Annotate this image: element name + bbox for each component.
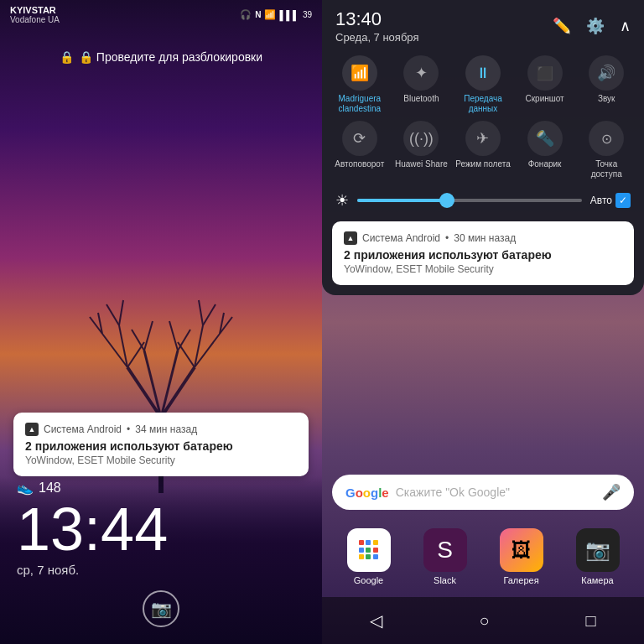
toggle-data[interactable]: ⏸ Передачаданных [455,55,511,114]
camera-app-icon: 📷 [576,528,620,572]
hotspot-icon: ⊙ [601,131,612,147]
step-number: 148 [39,480,61,496]
lock-hint: 🔒 🔒 Проведите для разблокировки [0,50,322,64]
wifi-toggle-icon: 📶 [351,64,369,82]
lock-date: ср, 7 нояб. [17,563,168,577]
step-count: 👟 148 [17,480,168,496]
brightness-thumb [439,193,454,208]
airplane-toggle-bg: ✈ [465,121,501,156]
google-hint: Скажите "Ok Google" [396,486,595,499]
app-gallery[interactable]: 🖼 Галерея [488,528,554,585]
nfc-icon: N [255,10,261,19]
headphone-icon: 🎧 [240,9,252,20]
lock-hint-text: 🔒 Проведите для разблокировки [79,50,262,64]
app-label-slack: Slack [434,575,456,585]
notif-subtitle-right: YoWindow, ESET Mobile Security [344,263,622,275]
toggle-hotspot[interactable]: ⊙ Точкадоступа [579,121,634,179]
sound-icon: 🔊 [597,64,615,82]
shade-time: 13:40 [335,8,418,30]
home-screen: 13:40 Среда, 7 ноября ✏️ ⚙️ ∧ 📶 Madrigue… [322,0,644,644]
google-search-bar[interactable]: G o o g l e Скажите "Ok Google" 🎤 [332,475,634,510]
flashlight-toggle-label: Фонарик [528,159,562,169]
app-label-google: Google [354,575,383,585]
quick-toggles-row2: ⟳ Автоповорот ((·)) Huawei Share ✈ Режим… [322,119,644,186]
app-name: KYIVSTAR [10,5,60,15]
airplane-icon: ✈ [476,129,489,148]
android-icon-left: ▲ [25,423,39,436]
notif-header-left: ▲ Система Android • 34 мин назад [25,423,297,436]
notification-card-left[interactable]: ▲ Система Android • 34 мин назад 2 прило… [13,413,309,476]
toggle-huawei-share[interactable]: ((·)) Huawei Share [394,121,449,179]
brightness-auto: Авто ✓ [590,193,631,208]
carrier: Vodafone UA [10,15,60,24]
notif-app-left: Система Android [44,423,122,435]
notif-dot-right: • [445,232,449,244]
edit-icon[interactable]: ✏️ [553,17,571,35]
app-label-camera: Камера [581,575,613,585]
share-toggle-label: Huawei Share [395,159,448,169]
brightness-icon: ☀ [335,191,349,210]
lock-clock: 13:44 [17,499,168,559]
toggle-airplane[interactable]: ✈ Режим полета [455,121,511,179]
hotspot-toggle-label: Точкадоступа [591,159,622,179]
share-toggle-bg: ((·)) [403,121,439,156]
app-google[interactable]: Google [335,528,402,585]
app-slack[interactable]: S Slack [412,528,478,585]
notif-subtitle-left: YoWindow, ESET Mobile Security [25,454,297,466]
sound-toggle-label: Звук [598,94,615,104]
brightness-slider[interactable] [357,199,582,202]
toggle-screenshot[interactable]: ⬛ Скриншот [517,55,573,114]
android-icon-right: ▲ [344,231,357,245]
status-bar-left: KYIVSTAR Vodafone UA 🎧 N 📶 ▌▌▌ 39 [0,0,322,29]
notif-app-right: Система Android [362,232,440,244]
bottom-nav: ◁ ○ □ [322,597,644,644]
signal-icon: ▌▌▌ [279,10,299,20]
sound-toggle-bg: 🔊 [589,55,624,91]
app-camera[interactable]: 📷 Камера [564,528,631,585]
notif-time-right: 30 мин назад [454,232,516,244]
notif-dot-left: • [127,423,130,435]
toggle-bluetooth[interactable]: ✦ Bluetooth [394,55,449,114]
lock-screen: KYIVSTAR Vodafone UA 🎧 N 📶 ▌▌▌ 39 🔒 🔒 Пр… [0,0,322,644]
shade-actions: ✏️ ⚙️ ∧ [553,17,631,35]
auto-label: Авто [590,195,612,206]
toggle-flashlight[interactable]: 🔦 Фонарик [517,121,573,179]
flashlight-toggle-bg: 🔦 [527,121,563,156]
bluetooth-icon: ✦ [415,64,428,82]
toggle-rotate[interactable]: ⟳ Автоповорот [332,121,387,179]
gallery-app-icon: 🖼 [500,528,543,572]
ss-toggle-label: Скриншот [525,94,564,104]
data-toggle-label: Передачаданных [464,94,502,114]
shade-time-date: 13:40 Среда, 7 ноября [335,8,418,44]
flashlight-icon: 🔦 [536,129,554,148]
screenshot-icon: ⬛ [537,65,553,81]
quick-toggles-row1: 📶 Madrigueraclandestina ✦ Bluetooth ⏸ Пе… [322,47,644,119]
notification-card-right[interactable]: ▲ Система Android • 30 мин назад 2 прило… [332,221,634,285]
app-grid: Google S Slack 🖼 Галерея 📷 Камера [322,528,644,585]
slack-app-icon: S [423,528,467,572]
toggle-wifi[interactable]: 📶 Madrigueraclandestina [332,55,387,114]
ss-toggle-bg: ⬛ [527,55,563,91]
notif-time-left: 34 мин назад [135,423,197,435]
data-icon: ⏸ [475,65,491,82]
google-app-icon [347,528,391,572]
airplane-toggle-label: Режим полета [455,159,510,169]
rotate-toggle-label: Автоповорот [335,159,384,169]
rotate-toggle-bg: ⟳ [342,121,377,156]
auto-checkbox[interactable]: ✓ [615,193,631,208]
back-button[interactable]: ◁ [370,610,382,631]
brightness-row: ☀ Авто ✓ [322,186,644,218]
settings-icon[interactable]: ⚙️ [586,17,605,35]
share-icon: ((·)) [409,130,434,148]
recents-button[interactable]: □ [585,611,595,631]
home-button[interactable]: ○ [479,611,489,631]
app-label-gallery: Галерея [503,575,538,585]
mic-icon[interactable]: 🎤 [602,483,621,501]
battery-icon: 39 [303,10,312,19]
toggle-sound[interactable]: 🔊 Звук [579,55,634,114]
rotate-icon: ⟳ [353,129,366,148]
camera-button[interactable]: 📷 [143,590,179,627]
collapse-icon[interactable]: ∧ [620,17,631,35]
notif-header-right: ▲ Система Android • 30 мин назад [344,231,622,245]
notif-title-right: 2 приложения используют батарею [344,248,622,262]
